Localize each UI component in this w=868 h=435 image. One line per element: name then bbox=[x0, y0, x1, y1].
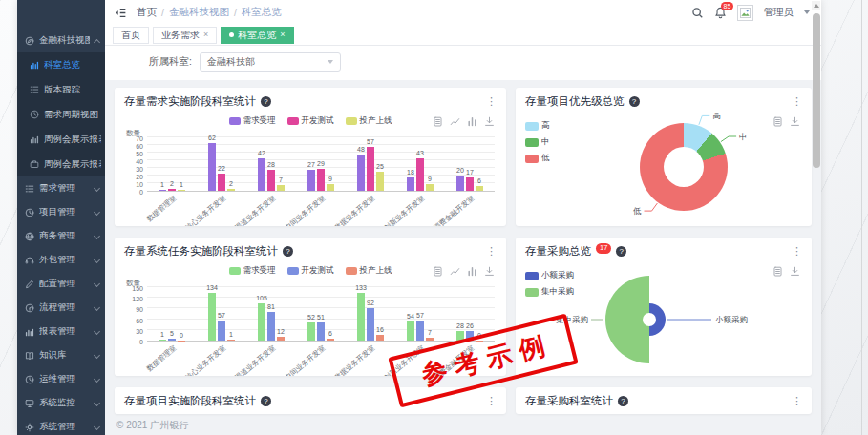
notification-bell-icon[interactable]: 85 bbox=[714, 7, 727, 19]
bar-开发测试[interactable]: 2 bbox=[168, 189, 176, 191]
legend-item-中[interactable]: 中 bbox=[525, 136, 550, 148]
bar-chart-icon[interactable] bbox=[467, 116, 477, 127]
bar-投产上线[interactable]: 0 bbox=[178, 341, 185, 342]
legend-item-高[interactable]: 高 bbox=[525, 120, 550, 132]
more-icon[interactable]: ⋮ bbox=[486, 96, 497, 107]
legend-item-投产上线[interactable]: 投产上线 bbox=[346, 115, 392, 127]
bar-需求受理[interactable]: 1 bbox=[159, 190, 166, 192]
tab-科室总览[interactable]: 科室总览× bbox=[221, 27, 293, 44]
legend-item-需求受理[interactable]: 需求受理 bbox=[229, 115, 276, 127]
sidebar-item-project-mgmt[interactable]: 项目管理 bbox=[17, 200, 105, 224]
bar-投产上线[interactable]: 1 bbox=[227, 340, 235, 342]
help-icon[interactable]: ? bbox=[261, 96, 271, 107]
bar-需求受理[interactable]: 52 bbox=[307, 322, 315, 341]
bar-需求受理[interactable]: 18 bbox=[407, 177, 414, 191]
bar-需求受理[interactable]: 54 bbox=[407, 321, 414, 341]
avatar-broken-image-icon[interactable] bbox=[737, 5, 753, 21]
download-icon[interactable] bbox=[790, 266, 800, 277]
bar-开发测试[interactable]: 57 bbox=[367, 147, 374, 191]
bar-投产上线[interactable]: 7 bbox=[426, 338, 434, 341]
line-chart-icon[interactable] bbox=[450, 116, 460, 127]
breadcrumb-item[interactable]: 金融科技视图 bbox=[169, 6, 229, 19]
legend-item-开发测试[interactable]: 开发测试 bbox=[287, 265, 334, 277]
bar-chart-icon[interactable] bbox=[467, 266, 477, 277]
sidebar-item-system-mgmt[interactable]: 系统管理 bbox=[17, 415, 105, 435]
bar-需求受理[interactable]: 1 bbox=[159, 340, 166, 342]
more-icon[interactable]: ⋮ bbox=[792, 396, 802, 406]
bar-需求受理[interactable]: 48 bbox=[357, 155, 365, 191]
bar-开发测试[interactable]: 22 bbox=[218, 174, 225, 191]
bar-需求受理[interactable]: 105 bbox=[258, 303, 265, 341]
legend-item-小额采购[interactable]: 小额采购 bbox=[525, 270, 574, 281]
sidebar-item-demand-cycle-view[interactable]: 需求周期视图 bbox=[17, 102, 105, 127]
tab-首页[interactable]: 首页 bbox=[113, 27, 149, 44]
scrollbar-up-arrow[interactable] bbox=[812, 1, 820, 10]
data-view-icon[interactable] bbox=[773, 116, 783, 127]
bar-投产上线[interactable]: 9 bbox=[327, 184, 334, 191]
bar-投产上线[interactable]: 25 bbox=[376, 172, 384, 191]
more-icon[interactable]: ⋮ bbox=[486, 246, 497, 257]
tab-业务需求[interactable]: 业务需求× bbox=[153, 27, 217, 44]
help-icon[interactable]: ? bbox=[261, 396, 271, 406]
sidebar-item-weekly-report-project[interactable]: 周例会展示报表-项目 bbox=[17, 127, 105, 152]
bar-投产上线[interactable]: 6 bbox=[327, 339, 334, 341]
sidebar-item-weekly-report-procurement[interactable]: 周例会展示报表-采购 bbox=[17, 152, 105, 176]
bar-需求受理[interactable]: 134 bbox=[208, 293, 216, 341]
bar-开发测试[interactable]: 28 bbox=[267, 170, 275, 191]
bar-开发测试[interactable]: 57 bbox=[218, 321, 225, 341]
more-icon[interactable]: ⋮ bbox=[486, 396, 497, 406]
sidebar-item-knowledge-base[interactable]: 知识库 bbox=[17, 343, 105, 367]
sidebar-item-outsourcing-mgmt[interactable]: 外包管理 bbox=[17, 248, 105, 272]
more-icon[interactable]: ⋮ bbox=[792, 96, 802, 107]
bar-需求受理[interactable]: 133 bbox=[357, 293, 365, 341]
bar-开发测试[interactable]: 92 bbox=[367, 308, 374, 341]
breadcrumb-item[interactable]: 首页 bbox=[137, 6, 157, 19]
bar-投产上线[interactable]: 2 bbox=[227, 189, 235, 191]
close-icon[interactable]: × bbox=[280, 30, 285, 40]
chevron-down-icon[interactable] bbox=[804, 10, 810, 14]
bar-开发测试[interactable]: 5 bbox=[168, 339, 176, 341]
bar-开发测试[interactable]: 17 bbox=[466, 177, 474, 191]
bar-开发测试[interactable]: 51 bbox=[317, 322, 325, 341]
bar-需求受理[interactable]: 62 bbox=[208, 143, 216, 191]
bar-需求受理[interactable]: 27 bbox=[307, 170, 315, 191]
bar-需求受理[interactable]: 20 bbox=[456, 176, 464, 191]
sidebar-item-config-mgmt[interactable]: 配置管理 bbox=[17, 272, 105, 296]
sidebar-item-business-mgmt[interactable]: 商务管理 bbox=[17, 224, 105, 248]
data-view-icon[interactable] bbox=[433, 266, 443, 277]
department-select[interactable]: 金融科技部 bbox=[200, 52, 341, 72]
bar-开发测试[interactable]: 29 bbox=[317, 169, 325, 191]
bar-开发测试[interactable]: 43 bbox=[416, 158, 424, 191]
sidebar-item-report-mgmt[interactable]: 报表管理 bbox=[17, 320, 105, 343]
breadcrumb-item[interactable]: 科室总览 bbox=[242, 6, 282, 19]
bar-投产上线[interactable]: 7 bbox=[277, 185, 285, 191]
bar-需求受理[interactable]: 42 bbox=[258, 158, 265, 191]
help-icon[interactable]: ? bbox=[616, 246, 626, 257]
legend-item-投产上线[interactable]: 投产上线 bbox=[346, 265, 392, 277]
download-icon[interactable] bbox=[484, 116, 495, 127]
legend-item-集中采购[interactable]: 集中采购 bbox=[525, 286, 574, 298]
menu-fold-icon[interactable] bbox=[115, 7, 127, 19]
download-icon[interactable] bbox=[484, 266, 495, 277]
legend-item-低[interactable]: 低 bbox=[525, 153, 550, 164]
sidebar-item-dept-overview[interactable]: 科室总览 bbox=[17, 52, 105, 77]
legend-item-需求受理[interactable]: 需求受理 bbox=[229, 265, 276, 277]
legend-item-开发测试[interactable]: 开发测试 bbox=[287, 115, 334, 127]
sidebar-item-demand-mgmt[interactable]: 需求管理 bbox=[17, 176, 105, 200]
download-icon[interactable] bbox=[790, 116, 800, 127]
help-icon[interactable]: ? bbox=[618, 396, 628, 406]
more-icon[interactable]: ⋮ bbox=[792, 246, 802, 257]
data-view-icon[interactable] bbox=[433, 116, 443, 127]
sidebar-item-fintech-view[interactable]: 金融科技视图 bbox=[17, 29, 105, 52]
line-chart-icon[interactable] bbox=[450, 266, 460, 277]
bar-开发测试[interactable]: 81 bbox=[267, 312, 275, 341]
sidebar-item-version-track[interactable]: 版本跟踪 bbox=[17, 77, 105, 102]
bar-投产上线[interactable]: 9 bbox=[426, 184, 434, 191]
bar-投产上线[interactable]: 12 bbox=[277, 337, 285, 341]
close-icon[interactable]: × bbox=[203, 30, 208, 40]
help-icon[interactable]: ? bbox=[629, 96, 640, 107]
sidebar-item-ops-mgmt[interactable]: 运维管理 bbox=[17, 367, 105, 391]
help-icon[interactable]: ? bbox=[283, 246, 293, 257]
bar-投产上线[interactable]: 16 bbox=[376, 335, 384, 341]
data-view-icon[interactable] bbox=[773, 266, 783, 277]
